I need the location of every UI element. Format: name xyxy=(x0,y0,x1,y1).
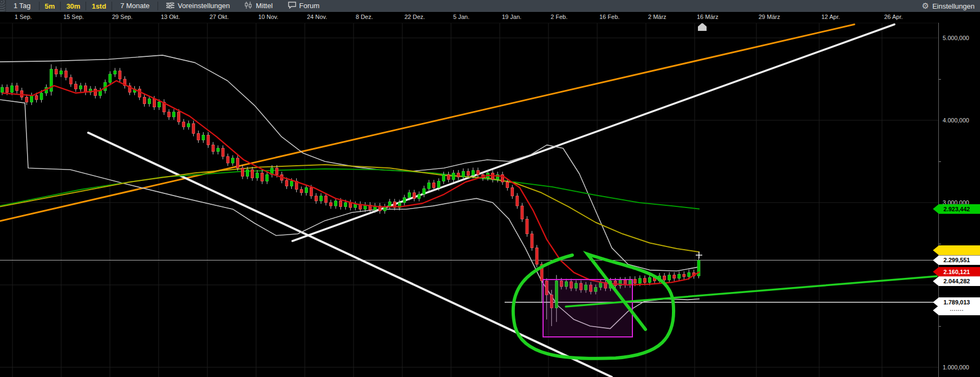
candle-body xyxy=(217,148,219,152)
candle-body xyxy=(344,203,347,207)
candle-body xyxy=(226,157,229,163)
candle-body xyxy=(251,170,254,178)
date-axis-label: 2 März xyxy=(648,14,667,20)
last-price-tag: 2.160,121 xyxy=(933,267,980,277)
candle-body xyxy=(276,168,278,174)
candle-body xyxy=(516,196,519,206)
price-axis[interactable]: 5.000,0004.000,0003.000,0001.000,000····… xyxy=(938,23,980,377)
candle-body xyxy=(476,171,479,175)
last-price-cross-icon xyxy=(696,252,702,258)
candle-body xyxy=(173,112,175,117)
candle-body xyxy=(668,275,671,280)
candle-body xyxy=(266,174,269,181)
candle-body xyxy=(467,171,469,176)
candle-body xyxy=(452,173,455,179)
purple-rectangle-annotation[interactable] xyxy=(543,280,632,337)
candle-body xyxy=(638,278,641,283)
chart-toolbar: 1 Tag 5m 30m 1std 7 Monate Voreinstellun… xyxy=(0,0,980,12)
presets-button[interactable]: Voreinstellungen xyxy=(178,0,237,12)
candle-body xyxy=(324,196,327,203)
price-axis-minor-tick xyxy=(939,79,941,80)
candle-body xyxy=(153,99,155,107)
candle-body xyxy=(69,77,72,84)
price-axis-label: 1.000,000 xyxy=(943,364,969,370)
candle-body xyxy=(114,71,116,74)
candle-body xyxy=(241,168,244,176)
range-7monate-button[interactable]: 7 Monate xyxy=(113,0,157,12)
date-axis-label: 19 Jan. xyxy=(502,14,521,20)
candle-body xyxy=(202,135,205,140)
date-axis-label: 22 Dez. xyxy=(404,14,425,20)
candle-body xyxy=(472,171,474,176)
candle-body xyxy=(187,123,190,127)
candle-body xyxy=(526,219,528,233)
candle-body xyxy=(349,203,352,207)
candle-body xyxy=(678,274,681,278)
candle-body xyxy=(388,202,391,206)
candle-body xyxy=(25,97,28,102)
toolbar-separator xyxy=(86,2,86,10)
chart-window: 1 Tag 5m 30m 1std 7 Monate Voreinstellun… xyxy=(0,0,980,377)
ma-yellow-tag xyxy=(933,245,980,255)
candle-body xyxy=(79,86,82,89)
candle-body xyxy=(246,170,249,176)
candle-body xyxy=(148,99,151,103)
period-1tag-button[interactable]: 1 Tag xyxy=(6,0,38,12)
candle-body xyxy=(403,198,406,203)
candle-body xyxy=(305,188,308,193)
candle-body xyxy=(64,71,67,77)
date-axis-label: 8 Dez. xyxy=(356,14,373,20)
date-axis-label: 12 Apr. xyxy=(821,14,840,20)
plot-area[interactable] xyxy=(0,23,938,377)
candle-body xyxy=(300,190,303,193)
date-axis-label: 5 Jan. xyxy=(453,14,469,20)
toolbar-drag-handle-icon[interactable] xyxy=(0,0,6,12)
candle-body xyxy=(437,181,440,187)
candle-body xyxy=(192,123,195,133)
price-axis-label: 4.000,000 xyxy=(943,117,969,123)
candle-body xyxy=(648,277,651,282)
candle-body xyxy=(40,93,43,100)
date-axis[interactable]: 1 Sep.15 Sep.29 Sep.13 Okt.27 Okt.10 Nov… xyxy=(0,12,980,23)
price-axis-minor-tick xyxy=(939,161,941,162)
candle-body xyxy=(433,183,435,188)
line-tag-1: 2.299,551 xyxy=(933,255,980,265)
gear-icon: ⚙ xyxy=(922,1,929,11)
candle-body xyxy=(335,201,337,206)
candle-body xyxy=(30,95,33,102)
toolbar-separator xyxy=(60,2,61,10)
period-1std-button[interactable]: 1std xyxy=(87,2,111,10)
candle-body xyxy=(212,145,214,152)
period-30m-button[interactable]: 30m xyxy=(61,2,85,10)
period-5m-button[interactable]: 5m xyxy=(40,2,60,10)
candle-body xyxy=(138,89,141,97)
candlestick-chart[interactable] xyxy=(0,0,980,377)
candle-body xyxy=(506,182,509,188)
candle-body xyxy=(418,194,421,199)
candle-body xyxy=(330,203,332,206)
date-axis-label: 15 Sep. xyxy=(63,14,84,20)
indicators-button[interactable]: Mittel xyxy=(256,0,280,12)
date-axis-label: 16 Feb. xyxy=(599,14,619,20)
candle-body xyxy=(60,71,62,74)
candle-body xyxy=(319,196,322,201)
orange-trendline[interactable] xyxy=(0,24,854,221)
candle-body xyxy=(16,86,18,90)
date-axis-label: 13 Okt. xyxy=(161,14,180,20)
date-axis-label: 29 März xyxy=(759,14,780,20)
presets-sliders-icon xyxy=(166,2,174,10)
candle-body xyxy=(197,133,200,140)
candle-body xyxy=(683,274,685,277)
candle-body xyxy=(207,135,210,145)
candle-body xyxy=(236,158,239,168)
price-axis-minor-tick xyxy=(939,326,941,327)
forum-button[interactable]: Forum xyxy=(299,0,328,12)
candle-body xyxy=(462,171,465,177)
candle-body xyxy=(74,84,77,89)
candle-body xyxy=(119,71,121,79)
candle-body xyxy=(643,278,646,283)
candle-body xyxy=(354,204,357,207)
candle-body xyxy=(109,74,112,82)
settings-button[interactable]: Einstellungen xyxy=(932,2,975,10)
candle-body xyxy=(442,174,445,181)
